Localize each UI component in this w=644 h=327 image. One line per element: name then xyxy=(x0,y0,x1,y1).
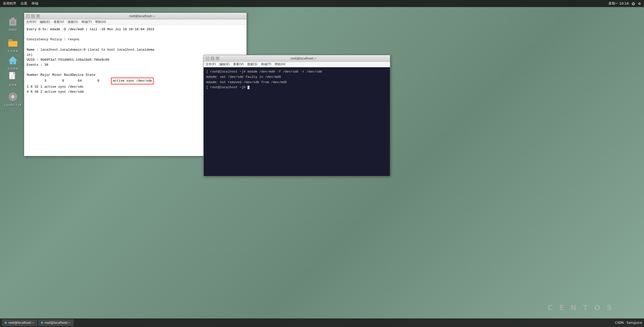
maximize-button-1[interactable]: □ xyxy=(31,14,35,18)
menu1-terminal[interactable]: 终端(T) xyxy=(82,20,92,24)
close-button-1[interactable]: ✕ xyxy=(36,14,40,18)
taskbar-dot-1 xyxy=(5,322,7,324)
menu1-help[interactable]: 帮助(H) xyxy=(95,20,106,24)
desktop-icon-trash[interactable]: 回收站 xyxy=(4,15,22,32)
taskbar-dot-2 xyxy=(41,322,43,324)
terminal2-titlebar: － □ ✕ root@localhost:~ xyxy=(204,55,390,62)
taskbar-label-1: root@localhost:~ xyxy=(8,321,34,324)
desktop-icon-folder[interactable]: 主文件夹 xyxy=(4,37,22,53)
highlighted-active-sync: active sync /dev/sde xyxy=(111,78,153,84)
terminal2-menubar: 文件(F) 编辑(E) 查看(V) 搜索(S) 终端(T) 帮助(H) xyxy=(204,62,390,67)
taskbar-label-2: root@localhost:~ xyxy=(45,321,71,324)
menu-location[interactable]: 位置 xyxy=(21,1,27,6)
terminal2-prompt: [ root@localhost ~]# xyxy=(206,85,247,89)
terminal1-line-1 xyxy=(27,32,244,37)
menu-terminal[interactable]: 终端 xyxy=(32,1,38,6)
doc-label: 文件夹 xyxy=(9,83,17,87)
menu2-help[interactable]: 帮助(H) xyxy=(275,62,285,67)
trash-label: 回收站 xyxy=(9,28,17,32)
menu2-edit[interactable]: 编辑(E) xyxy=(219,62,230,67)
terminal2-controls[interactable]: － □ ✕ xyxy=(206,57,219,60)
menu1-edit[interactable]: 编辑(E) xyxy=(40,20,50,24)
taskbar-item-2[interactable]: root@localhost:~ xyxy=(38,319,74,326)
svg-point-13 xyxy=(12,96,13,97)
svg-marker-6 xyxy=(8,56,17,64)
terminal2-line-2: mdadm: hot removed /dev/sdb from /dev/md… xyxy=(206,80,387,85)
terminal2-line-0: [ root@localhost ~]# mdadm /dev/md0 -f /… xyxy=(206,69,387,75)
terminal2-line-1: mdadm: set /dev/sdb faulty in /dev/md0 xyxy=(206,75,387,80)
terminal-cursor xyxy=(247,86,249,89)
datetime: 星期一 10:18 xyxy=(609,1,629,6)
home-label: 主文件夹 xyxy=(7,67,18,71)
menu-app[interactable]: 应用程序 xyxy=(3,1,16,6)
power-icon[interactable]: ⏻ xyxy=(632,2,635,6)
terminal1-controls[interactable]: － □ ✕ xyxy=(26,14,40,18)
taskbar-right: CSDN · Sainyjuice xyxy=(615,321,642,324)
terminal1-line-0: Every 0.5s: mdadm -D /dev/md0 | tail -10… xyxy=(27,27,244,32)
menu2-file[interactable]: 文件(F) xyxy=(206,62,216,67)
terminal1-line-3 xyxy=(27,42,244,47)
menu2-search[interactable]: 搜索(S) xyxy=(247,62,258,67)
taskbar-item-1[interactable]: root@localhost:~ xyxy=(2,319,37,326)
taskbar-branding: CSDN · Sainyjuice xyxy=(615,321,642,324)
taskbar: root@localhost:~ root@localhost:~ CSDN ·… xyxy=(0,318,644,327)
terminal2-line-3: [ root@localhost ~]# xyxy=(206,85,387,90)
desktop-icon-home[interactable]: 主文件夹 xyxy=(4,54,22,71)
top-bar: 应用程序 位置 终端 星期一 10:18 ⏻ ⚙ xyxy=(0,0,644,7)
minimize-button-2[interactable]: － xyxy=(206,57,209,60)
terminal1-line-4: Name : localhost.localdomain:0 (local to… xyxy=(27,47,244,52)
terminal2-content: [ root@localhost ~]# mdadm /dev/md0 -f /… xyxy=(204,67,390,176)
centos-watermark: C E N T O S xyxy=(548,304,614,312)
terminal1-menubar: 文件(F) 编辑(E) 查看(V) 搜索(S) 终端(T) 帮助(H) xyxy=(24,19,246,25)
desktop-icon-doc[interactable]: 文件夹 xyxy=(4,71,22,87)
menu2-view[interactable]: 查看(V) xyxy=(233,62,244,67)
minimize-button-1[interactable]: － xyxy=(26,14,30,18)
dvd-label: CentOS 7 x8 xyxy=(4,104,22,107)
svg-rect-5 xyxy=(8,41,17,47)
folder-label: 主文件夹 xyxy=(7,49,18,53)
menu1-search[interactable]: 搜索(S) xyxy=(68,20,78,24)
svg-rect-1 xyxy=(11,18,14,19)
top-bar-left: 应用程序 位置 终端 xyxy=(3,1,38,6)
terminal1-titlebar: － □ ✕ root@localhost:~ xyxy=(24,13,246,19)
maximize-button-2[interactable]: □ xyxy=(211,57,214,60)
terminal-window-2: － □ ✕ root@localhost:~ 文件(F) 编辑(E) 查看(V)… xyxy=(203,55,390,176)
menu1-file[interactable]: 文件(F) xyxy=(26,20,36,24)
top-bar-right: 星期一 10:18 ⏻ ⚙ xyxy=(609,1,641,6)
terminal2-title: root@localhost:~ xyxy=(219,57,388,60)
settings-icon[interactable]: ⚙ xyxy=(638,2,641,6)
terminal1-line-2: Consistency Policy : resync xyxy=(27,37,244,42)
desktop-icon-dvd[interactable]: CentOS 7 x8 xyxy=(4,91,22,107)
menu1-view[interactable]: 查看(V) xyxy=(54,20,64,24)
menu2-terminal[interactable]: 终端(T) xyxy=(261,62,271,67)
terminal1-title: root@localhost:~ xyxy=(40,14,244,18)
close-button-2[interactable]: ✕ xyxy=(216,57,219,60)
